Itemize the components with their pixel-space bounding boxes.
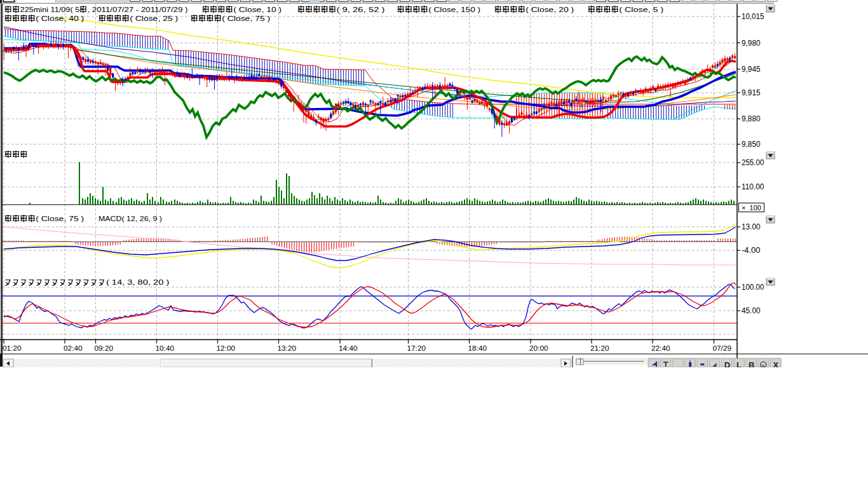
svg-text:18:40: 18:40 (468, 344, 487, 352)
svg-text:14:40: 14:40 (339, 344, 358, 352)
svg-text:( Close, 75 ): ( Close, 75 ) (36, 215, 84, 222)
svg-text:, 2011/07/27 - 2011/07/29 ): , 2011/07/27 - 2011/07/29 ) (88, 6, 188, 13)
svg-text:100.00: 100.00 (742, 283, 764, 292)
svg-text:9,880: 9,880 (742, 114, 761, 123)
svg-text:45.00: 45.00 (742, 306, 761, 315)
svg-text:( 9, 26, 52 ): ( 9, 26, 52 ) (337, 6, 385, 13)
svg-text:22:40: 22:40 (651, 344, 670, 352)
svg-text:9,945: 9,945 (742, 65, 761, 74)
svg-text:MACD( 12, 26, 9 ): MACD( 12, 26, 9 ) (98, 215, 162, 222)
svg-text:9,850: 9,850 (742, 140, 761, 149)
svg-text:( Close, 75 ): ( Close, 75 ) (222, 15, 270, 22)
svg-text:12:00: 12:00 (217, 344, 236, 352)
svg-text:× 100: × 100 (742, 204, 761, 212)
svg-text:( Close, 150 ): ( Close, 150 ) (428, 6, 480, 13)
svg-text:01:20: 01:20 (3, 344, 22, 352)
svg-text:225mini 11/09( 5: 225mini 11/09( 5 (20, 6, 80, 13)
svg-text:( Close, 10 ): ( Close, 10 ) (233, 6, 281, 13)
svg-text:10:40: 10:40 (156, 344, 175, 352)
svg-text:13.00: 13.00 (742, 222, 761, 231)
svg-text:09:20: 09:20 (95, 344, 114, 352)
svg-text:( Close, 40 ): ( Close, 40 ) (36, 15, 84, 22)
svg-text:255.00: 255.00 (742, 158, 764, 167)
svg-text:9,915: 9,915 (742, 88, 761, 97)
svg-text:17:20: 17:20 (407, 344, 426, 352)
svg-text:( Close, 25 ): ( Close, 25 ) (130, 15, 178, 22)
svg-text:02:40: 02:40 (64, 344, 83, 352)
svg-text:10,015: 10,015 (742, 12, 764, 21)
svg-text:07/29: 07/29 (713, 344, 732, 352)
svg-text:-4.00: -4.00 (742, 246, 761, 255)
svg-text:110.00: 110.00 (742, 182, 764, 191)
svg-text:20:00: 20:00 (529, 344, 548, 352)
svg-text:( 14, 3, 80, 20 ): ( 14, 3, 80, 20 ) (106, 278, 170, 286)
svg-text:13:20: 13:20 (278, 344, 297, 352)
svg-text:9,980: 9,980 (742, 39, 761, 48)
svg-text:21:20: 21:20 (590, 344, 609, 352)
svg-text:( Close, 5 ): ( Close, 5 ) (619, 6, 663, 13)
svg-text:( Close, 20 ): ( Close, 20 ) (526, 6, 574, 13)
